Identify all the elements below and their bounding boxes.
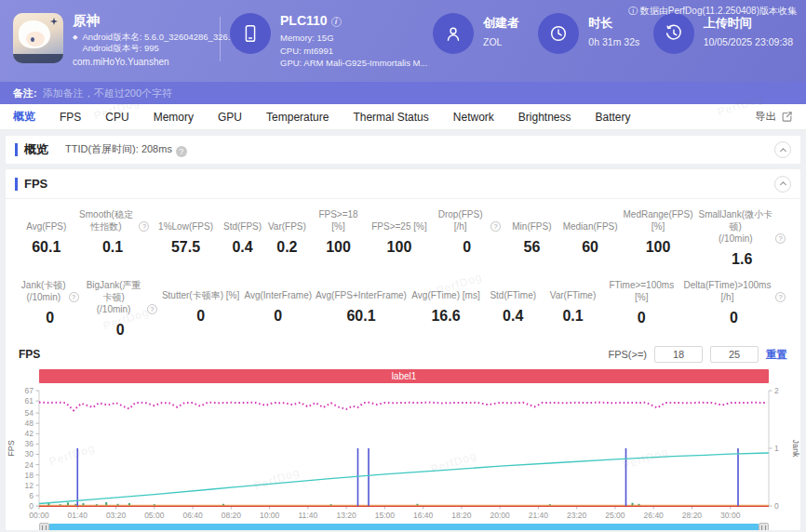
fps-threshold-controls: FPS(>=) 重置: [608, 346, 787, 363]
stat-var-fps: Var(FPS)0.2: [264, 208, 309, 268]
creator-block: 创建者 ZOL: [433, 13, 532, 54]
device-gpu: GPU: ARM Mali-G925-Immortalis M...: [280, 57, 427, 70]
svg-text:25:00: 25:00: [605, 511, 625, 520]
stat-label: Avg(FPS+InterFrame): [316, 279, 407, 301]
svg-text:12: 12: [25, 481, 34, 490]
app-info-block: 原神 ◆ Android版本名: 5.6.0_32604286_326... A…: [13, 13, 220, 67]
svg-text:61: 61: [25, 396, 34, 406]
stat-label: Smooth(稳定性指数)?: [76, 208, 150, 233]
stat-label: FPS>=18 [%]: [311, 208, 365, 233]
tab-memory[interactable]: Memory: [154, 111, 194, 124]
stat-avg-interframe: Avg(InterFrame)0: [242, 279, 314, 339]
tab-battery[interactable]: Battery: [596, 111, 631, 124]
stat-value: 0: [433, 239, 501, 256]
stat-label: Stutter(卡顿率) [%]: [161, 279, 241, 301]
creator-value: ZOL: [483, 36, 519, 47]
upload-time-value: 10/05/2025 23:09:38: [704, 36, 793, 47]
stat-label: Std(FPS): [222, 208, 263, 233]
help-icon[interactable]: ?: [775, 233, 786, 244]
fps-stats-row-1: Avg(FPS)60.1Smooth(稳定性指数)?0.11%Low(FPS)5…: [6, 199, 800, 268]
svg-text:06:40: 06:40: [182, 511, 203, 520]
device-name: PLC110: [280, 13, 328, 28]
fps-collapse-button[interactable]: [774, 176, 791, 193]
clock-icon: [538, 13, 579, 54]
stat-medrange-fps-%: MedRange(FPS)[%]100: [620, 208, 697, 268]
app-package: com.miHoYo.Yuanshen: [73, 57, 235, 67]
remark-placeholder: 添加备注，不超过200个字符: [43, 86, 172, 100]
stat-value: 60: [563, 239, 618, 256]
tab-thermal-status[interactable]: Thermal Status: [353, 111, 428, 124]
svg-text:67: 67: [25, 386, 34, 395]
stat-avg-fps-interframe: Avg(FPS+InterFrame)60.1: [314, 279, 409, 339]
svg-text:16:40: 16:40: [413, 511, 434, 520]
tab-brightness[interactable]: Brightness: [518, 111, 571, 124]
svg-text:08:20: 08:20: [222, 511, 242, 520]
stat-1%low-fps: 1%Low(FPS)57.5: [151, 208, 220, 268]
help-icon[interactable]: ?: [147, 304, 157, 314]
help-icon[interactable]: ?: [775, 292, 786, 302]
svg-text:28:20: 28:20: [682, 511, 703, 520]
svg-text:36: 36: [25, 439, 34, 448]
stat-value: 0: [682, 310, 786, 326]
scene-label-bar[interactable]: label1: [39, 369, 769, 383]
fps-threshold-input-2[interactable]: [710, 346, 759, 363]
device-memory: Memory: 15G: [280, 32, 427, 45]
tab-temperature[interactable]: Temperature: [266, 111, 329, 124]
stat-value: 100: [311, 239, 365, 256]
help-icon[interactable]: ?: [490, 221, 501, 232]
tab-gpu[interactable]: GPU: [218, 111, 242, 124]
svg-text:FPS: FPS: [7, 440, 16, 457]
svg-text:0: 0: [774, 501, 779, 511]
stat-value: 100: [369, 239, 429, 256]
help-icon[interactable]: ?: [69, 292, 79, 302]
remark-bar[interactable]: 备注: 添加备注，不超过200个字符: [0, 82, 806, 104]
tab-fps[interactable]: FPS: [60, 111, 81, 124]
creator-label: 创建者: [483, 16, 519, 31]
svg-text:21:40: 21:40: [529, 511, 549, 520]
export-button[interactable]: 导出: [755, 110, 793, 124]
tab-cpu[interactable]: CPU: [105, 111, 128, 124]
scene-label-text: label1: [392, 371, 417, 381]
overview-collapse-button[interactable]: [774, 141, 791, 158]
duration-label: 时长: [588, 16, 639, 31]
chart-range-scrollbar[interactable]: [39, 523, 769, 530]
android-version-name: Android版本名: 5.6.0_32604286_326...: [82, 32, 235, 43]
svg-text:26:40: 26:40: [644, 511, 665, 520]
svg-text:6: 6: [29, 491, 34, 500]
remark-label: 备注:: [13, 86, 37, 100]
tab-network[interactable]: Network: [453, 111, 494, 124]
section-accent-bar: [15, 143, 18, 156]
fps-threshold-input-1[interactable]: [654, 346, 703, 363]
ttid-help-icon[interactable]: ?: [176, 146, 187, 157]
stat-std-fps: Std(FPS)0.4: [221, 208, 265, 268]
stat-bigjank: BigJank(严重卡顿) (/10min)?0: [81, 279, 158, 339]
device-info-icon[interactable]: i: [331, 17, 342, 27]
stat-var-ftime: Var(FTime)0.1: [543, 279, 602, 339]
stat-drop-fps-h: Drop(FPS) [/h]?0: [431, 208, 503, 268]
svg-text:20:00: 20:00: [490, 511, 511, 520]
reset-button[interactable]: 重置: [766, 348, 787, 362]
scrollbar-left-handle[interactable]: [39, 523, 49, 530]
svg-text:13:20: 13:20: [336, 511, 356, 520]
help-icon[interactable]: ?: [139, 221, 149, 232]
stat-value: 0: [161, 308, 241, 325]
stat-label: Var(FPS): [266, 208, 307, 233]
svg-text:18:20: 18:20: [451, 511, 472, 520]
svg-text:54: 54: [25, 408, 34, 418]
svg-text:18: 18: [25, 471, 34, 480]
stat-label: Avg(InterFrame): [244, 279, 312, 301]
ttid-value: TTID(首屏时间): 208ms: [65, 143, 172, 154]
stat-value: 1.6: [698, 251, 786, 268]
fps-chart-title: FPS: [19, 348, 40, 361]
svg-text:1: 1: [774, 444, 779, 453]
history-clock-icon: [653, 13, 694, 54]
scrollbar-right-handle[interactable]: [759, 523, 769, 530]
stat-label: Median(FPS): [563, 208, 618, 233]
tab-概览[interactable]: 概览: [13, 109, 35, 125]
stat-value: 16.6: [410, 308, 481, 325]
fps-chart-plot[interactable]: 061218243036424854616701200:0001:4003:20…: [6, 385, 800, 523]
svg-text:30:00: 30:00: [720, 511, 741, 520]
phone-icon: [230, 13, 271, 54]
svg-text:10:00: 10:00: [260, 511, 280, 520]
scrollbar-track[interactable]: [49, 524, 759, 530]
